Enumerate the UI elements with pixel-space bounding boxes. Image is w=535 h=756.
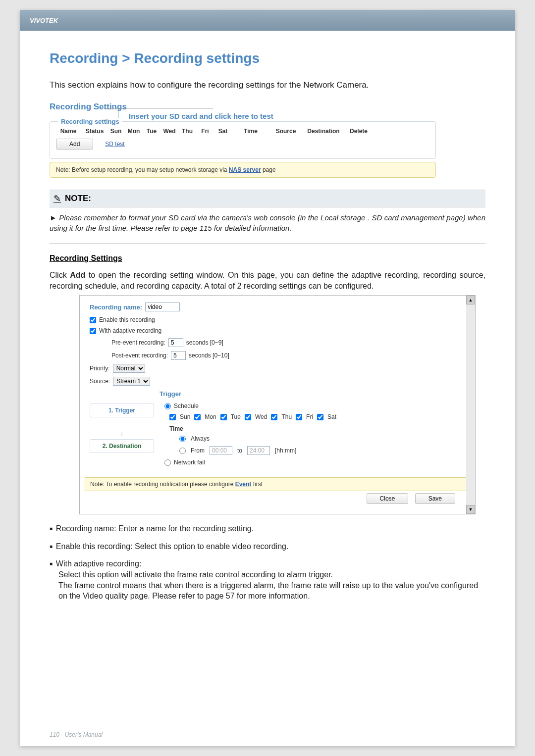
recording-table-header: Name Status Sun Mon Tue Wed Thu Fri Sat … bbox=[50, 128, 435, 135]
from-input[interactable] bbox=[210, 446, 232, 455]
nas-note-strip: Note: Before setup recording, you may se… bbox=[50, 162, 436, 178]
day-wed-checkbox[interactable] bbox=[245, 414, 251, 420]
to-label: to bbox=[237, 447, 242, 454]
recording-settings-box: Recording settings Name Status Sun Mon T… bbox=[50, 121, 436, 159]
post-event-input[interactable] bbox=[171, 351, 186, 360]
nas-note-prefix: Note: Before setup recording, you may se… bbox=[56, 166, 229, 173]
page-footer: 110 - User's Manual bbox=[50, 731, 103, 738]
days-row: Sun Mon Tue Wed Thu Fri Sat bbox=[169, 413, 460, 420]
col-wed: Wed bbox=[162, 128, 177, 135]
always-row: Always bbox=[179, 435, 460, 442]
bullet-recording-name: Recording name: Enter a name for the rec… bbox=[50, 523, 485, 534]
day-sun-checkbox[interactable] bbox=[169, 414, 176, 420]
day-thu-checkbox[interactable] bbox=[271, 414, 277, 420]
source-select[interactable]: Stream 1 bbox=[113, 377, 150, 386]
scroll-down-icon[interactable]: ▼ bbox=[466, 505, 475, 514]
page: VIVOTEK Recording > Recording settings T… bbox=[20, 10, 515, 746]
schedule-row: Schedule bbox=[164, 403, 460, 409]
source-label: Source: bbox=[90, 378, 110, 385]
col-mon: Mon bbox=[126, 128, 141, 135]
bullet-enable-recording: Enable this recording: Select this optio… bbox=[50, 541, 485, 552]
pre-event-row: Pre-event recording: seconds [0~9] bbox=[111, 338, 460, 347]
post-event-label: Post-event recording: bbox=[111, 352, 168, 359]
priority-select[interactable]: Normal bbox=[113, 364, 145, 373]
bullet-adaptive: With adaptive recording: Select this opt… bbox=[50, 558, 485, 601]
col-tue: Tue bbox=[144, 128, 159, 135]
nas-server-link[interactable]: NAS server bbox=[229, 166, 261, 173]
add-para-suffix: to open the recording setting window. On… bbox=[50, 271, 485, 290]
note-arrow: ► bbox=[50, 213, 57, 222]
bullet-adaptive-line1: Select this option will activate the fra… bbox=[58, 569, 485, 580]
network-fail-row: Network fail bbox=[164, 459, 460, 466]
recording-settings-subhead: Recording Settings bbox=[50, 254, 485, 263]
step-trigger[interactable]: 1. Trigger bbox=[90, 403, 154, 417]
from-label: From bbox=[191, 447, 205, 454]
col-source: Source bbox=[271, 128, 301, 135]
step-arrow-icon: ↓ bbox=[90, 429, 154, 437]
content: Recording > Recording settings This sect… bbox=[20, 31, 515, 602]
sd-test-link[interactable]: SD test bbox=[105, 141, 124, 148]
col-status: Status bbox=[84, 128, 106, 135]
col-sat: Sat bbox=[215, 128, 230, 135]
col-name: Name bbox=[56, 128, 81, 135]
add-para-prefix: Click bbox=[50, 271, 70, 279]
col-delete: Delete bbox=[346, 128, 371, 135]
enable-recording-row: Enable this recording bbox=[90, 316, 460, 323]
recording-settings-heading: Recording Settings bbox=[50, 102, 485, 112]
recording-panel-wrap: ▲ ▼ Recording name: Enable this recordin… bbox=[79, 295, 485, 514]
close-button[interactable]: Close bbox=[367, 493, 409, 504]
adaptive-recording-checkbox[interactable] bbox=[90, 328, 96, 334]
priority-row: Priority: Normal bbox=[90, 364, 460, 373]
note-separator bbox=[50, 243, 485, 244]
source-row: Source: Stream 1 bbox=[90, 377, 460, 386]
enable-recording-checkbox[interactable] bbox=[90, 317, 96, 323]
priority-label: Priority: bbox=[90, 365, 110, 372]
day-wed: Wed bbox=[255, 413, 267, 420]
recording-name-input[interactable] bbox=[145, 302, 180, 311]
day-tue-checkbox[interactable] bbox=[220, 414, 227, 420]
day-sat-checkbox[interactable] bbox=[317, 414, 323, 420]
always-radio[interactable] bbox=[179, 436, 186, 442]
brand-name: VIVOTEK bbox=[30, 17, 58, 24]
event-link[interactable]: Event bbox=[235, 481, 252, 488]
day-mon-checkbox[interactable] bbox=[194, 414, 201, 420]
hhmm-label: [hh:mm] bbox=[275, 447, 296, 454]
trigger-group: Trigger Schedule Sun Mon Tue Wed Thu bbox=[159, 390, 460, 470]
insert-sd-callout: Insert your SD card and click here to te… bbox=[129, 112, 485, 120]
step-column: 1. Trigger ↓ 2. Destination bbox=[90, 390, 154, 470]
note-label: NOTE: bbox=[65, 194, 91, 203]
network-fail-label: Network fail bbox=[174, 459, 205, 466]
pencil-icon: ✎ bbox=[54, 193, 61, 204]
day-tue: Tue bbox=[231, 413, 241, 420]
pre-event-input[interactable] bbox=[168, 338, 183, 347]
step-destination[interactable]: 2. Destination bbox=[90, 439, 154, 453]
col-destination: Destination bbox=[304, 128, 343, 135]
network-fail-radio[interactable] bbox=[164, 459, 171, 466]
col-sun: Sun bbox=[108, 128, 123, 135]
recording-settings-legend: Recording settings bbox=[58, 118, 122, 125]
intro-text: This section explains how to configure t… bbox=[50, 80, 485, 90]
always-label: Always bbox=[191, 435, 210, 442]
add-button[interactable]: Add bbox=[56, 139, 93, 150]
adaptive-recording-row: With adaptive recording bbox=[90, 327, 460, 334]
page-title: Recording > Recording settings bbox=[50, 50, 485, 66]
to-input[interactable] bbox=[247, 446, 270, 455]
panel-note-strip: Note: To enable recording notification p… bbox=[85, 477, 469, 491]
bullet-adaptive-head: With adaptive recording: bbox=[56, 559, 142, 568]
panel-note-suffix: first bbox=[251, 481, 263, 488]
nas-note-suffix: page bbox=[261, 166, 276, 173]
enable-recording-label: Enable this recording bbox=[99, 316, 155, 323]
note-body-text: Please remember to format your SD card v… bbox=[50, 213, 485, 232]
schedule-label: Schedule bbox=[174, 403, 199, 409]
save-button[interactable]: Save bbox=[415, 493, 455, 504]
post-event-row: Post-event recording: seconds [0~10] bbox=[111, 351, 460, 360]
pre-event-suffix: seconds [0~9] bbox=[186, 339, 223, 346]
day-sat: Sat bbox=[327, 413, 336, 420]
schedule-radio[interactable] bbox=[164, 403, 171, 409]
scroll-up-icon[interactable]: ▲ bbox=[466, 296, 475, 304]
trigger-layout: 1. Trigger ↓ 2. Destination Trigger Sche… bbox=[90, 390, 460, 470]
recording-name-label: Recording name: bbox=[90, 303, 142, 311]
from-radio[interactable] bbox=[179, 448, 186, 454]
scrollbar[interactable]: ▲ ▼ bbox=[466, 296, 475, 514]
day-fri-checkbox[interactable] bbox=[296, 414, 302, 420]
